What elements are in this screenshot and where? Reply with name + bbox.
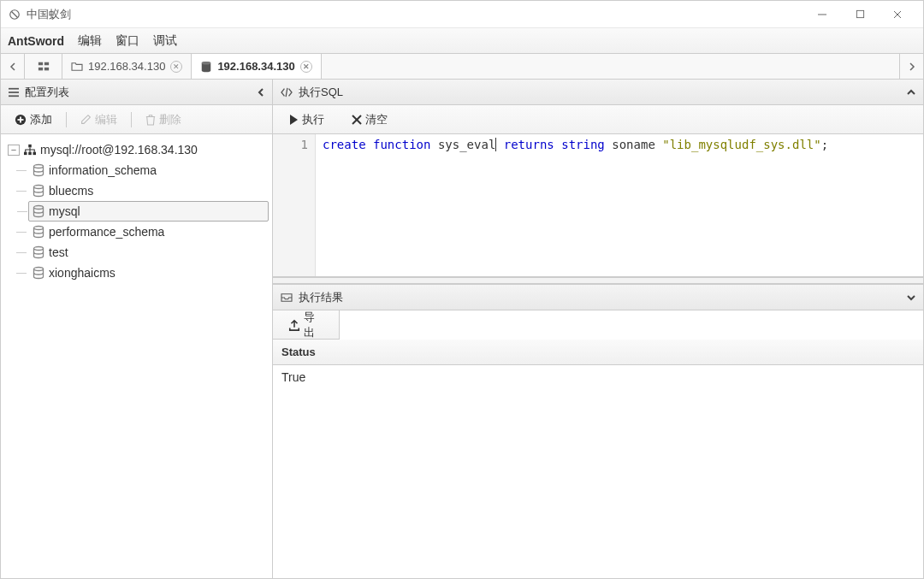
tree-db-node[interactable]: performance_schema: [28, 222, 269, 242]
svg-point-24: [34, 227, 44, 230]
kw-soname: soname: [612, 138, 655, 151]
maximize-button[interactable]: [841, 3, 879, 27]
svg-point-22: [34, 186, 44, 189]
tree-db-node[interactable]: xionghaicms: [28, 263, 269, 283]
db-label: performance_schema: [49, 225, 164, 239]
svg-rect-8: [44, 67, 48, 70]
connection-label: mysql://root@192.168.34.130: [40, 143, 198, 157]
str-literal: "lib_mysqludf_sys.dll": [662, 138, 820, 151]
edit-button[interactable]: 编辑: [74, 109, 124, 131]
db-label: bluecms: [49, 184, 93, 198]
folder-icon: [71, 62, 83, 72]
separator: [66, 112, 67, 127]
line-number: 1: [273, 138, 308, 151]
sql-panel-title: 执行SQL: [299, 85, 343, 100]
titlebar: 中国蚁剑: [1, 1, 923, 28]
tree-db-node-selected[interactable]: mysql: [28, 201, 269, 222]
clear-label: 清空: [365, 112, 388, 127]
config-panel-header: 配置列表: [1, 80, 272, 105]
svg-point-25: [34, 247, 44, 251]
sql-editor[interactable]: 1 create function sys_eval returns strin…: [273, 134, 923, 276]
db-label: mysql: [49, 204, 80, 218]
tree-db-node[interactable]: bluecms: [28, 180, 269, 201]
tree-db-node[interactable]: test: [28, 242, 269, 263]
tab-home[interactable]: [25, 54, 62, 79]
collapse-down-icon[interactable]: [906, 293, 916, 302]
clear-button[interactable]: 清空: [345, 109, 394, 131]
execute-label: 执行: [302, 112, 324, 127]
semicolon: ;: [821, 138, 828, 151]
database-list: information_schema bluecms mysql perform…: [4, 160, 269, 283]
close-button[interactable]: [879, 3, 916, 27]
result-body: True: [273, 365, 923, 578]
sitemap-icon: [23, 144, 37, 156]
result-panel-title: 执行结果: [299, 290, 343, 305]
database-icon: [32, 204, 45, 218]
tabbar: 192.168.34.130 ✕ 192.168.34.130 ✕: [1, 54, 923, 80]
result-panel: 执行结果 导出 Status True: [273, 284, 923, 578]
export-label: 导出: [304, 310, 323, 340]
upload-icon: [288, 319, 300, 331]
tab-label: 192.168.34.130: [88, 60, 165, 73]
play-icon: [288, 114, 299, 126]
ident-syseval: sys_eval: [438, 138, 495, 151]
execute-button[interactable]: 执行: [281, 109, 331, 131]
database-icon: [200, 61, 212, 73]
svg-point-10: [202, 61, 211, 64]
status-header: Status: [281, 346, 316, 358]
window-controls: [803, 3, 916, 27]
delete-button[interactable]: 删除: [139, 109, 188, 131]
svg-rect-17: [28, 145, 32, 148]
delete-label: 删除: [159, 112, 181, 127]
tree-connection-node[interactable]: − mysql://root@192.168.34.130: [4, 139, 269, 160]
menu-debug[interactable]: 调试: [153, 33, 177, 49]
separator: [131, 112, 132, 127]
export-button[interactable]: 导出: [281, 306, 330, 344]
sql-code[interactable]: create function sys_eval returns string …: [316, 134, 835, 276]
tab-close-icon[interactable]: ✕: [170, 61, 182, 73]
line-gutter: 1: [273, 134, 316, 276]
window-title: 中国蚁剑: [27, 7, 803, 22]
svg-point-23: [34, 206, 44, 210]
result-toolbar: 导出: [273, 310, 340, 340]
database-icon: [32, 163, 45, 177]
menu-edit[interactable]: 编辑: [78, 33, 102, 49]
list-icon: [8, 87, 20, 97]
svg-point-26: [34, 268, 44, 271]
menu-app-name[interactable]: AntSword: [8, 34, 64, 48]
collapse-icon[interactable]: −: [8, 145, 20, 156]
tab-folder[interactable]: 192.168.34.130 ✕: [62, 54, 192, 79]
svg-rect-18: [24, 152, 27, 156]
collapse-left-icon[interactable]: [257, 88, 265, 97]
pencil-icon: [80, 114, 92, 125]
kw-returns: returns: [504, 138, 554, 151]
status-value: True: [281, 370, 305, 384]
minimize-button[interactable]: [803, 3, 841, 27]
result-column-header: Status: [273, 340, 923, 365]
sql-panel: 执行SQL 执行 清空: [273, 80, 923, 277]
main-area: 配置列表 添加 编辑: [1, 80, 923, 578]
db-label: xionghaicms: [49, 266, 116, 280]
svg-point-21: [34, 165, 44, 168]
tab-scroll-right[interactable]: [899, 54, 923, 79]
svg-rect-7: [38, 67, 42, 70]
db-label: information_schema: [49, 163, 157, 177]
database-icon: [32, 225, 45, 239]
tab-database[interactable]: 192.168.34.130 ✕: [192, 54, 321, 79]
collapse-up-icon[interactable]: [906, 88, 916, 97]
tab-scroll-left[interactable]: [1, 54, 25, 79]
right-panel: 执行SQL 执行 清空: [273, 80, 923, 578]
svg-rect-19: [28, 152, 32, 156]
panel-spacer[interactable]: [273, 277, 923, 284]
add-button[interactable]: 添加: [8, 109, 59, 131]
kw-create: create: [323, 138, 366, 151]
menubar: AntSword 编辑 窗口 调试: [1, 28, 923, 54]
sql-toolbar: 执行 清空: [273, 105, 923, 134]
svg-rect-20: [33, 152, 37, 156]
tab-close-icon[interactable]: ✕: [300, 61, 312, 73]
app-icon: [8, 8, 21, 21]
tree-db-node[interactable]: information_schema: [28, 160, 269, 180]
database-icon: [32, 266, 45, 280]
menu-window[interactable]: 窗口: [116, 33, 139, 49]
kw-function: function: [373, 138, 430, 151]
